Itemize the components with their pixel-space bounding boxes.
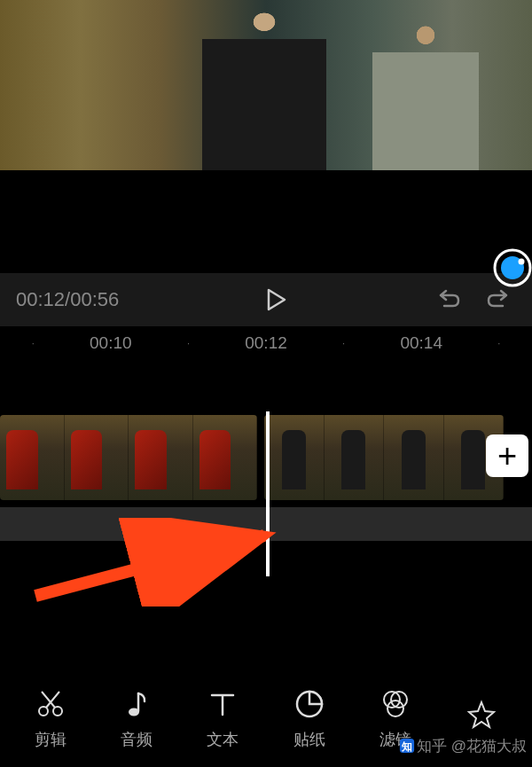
scissors-icon	[35, 688, 66, 720]
video-preview[interactable]	[0, 0, 532, 170]
tool-cut[interactable]: 剪辑	[7, 688, 93, 750]
add-clip-button[interactable]: +	[486, 434, 528, 477]
ruler-tick: ·	[162, 338, 214, 348]
ruler-tick: ·	[317, 338, 369, 348]
video-clip[interactable]	[264, 415, 504, 500]
tool-label: 音频	[121, 729, 153, 750]
music-note-icon	[121, 688, 153, 720]
tool-label: 文本	[207, 729, 239, 750]
ruler-tick: ·	[473, 338, 525, 348]
watermark-platform: 知乎	[417, 738, 447, 755]
timeline[interactable]: +	[0, 360, 532, 617]
text-icon	[207, 688, 239, 720]
ruler-tick: ·	[7, 338, 59, 348]
preview-lower-area	[0, 170, 532, 273]
ruler-label: 00:12	[215, 333, 318, 353]
tool-text[interactable]: 文本	[180, 688, 266, 750]
video-clip[interactable]	[0, 415, 257, 500]
watermark: 知知乎 @花猫大叔	[399, 736, 527, 756]
timecode-display: 00:12/00:56	[16, 288, 119, 311]
tool-sticker[interactable]: 贴纸	[266, 688, 352, 750]
svg-point-10	[387, 700, 403, 716]
tool-label: 剪辑	[35, 729, 66, 750]
playhead[interactable]	[266, 411, 270, 576]
video-figure	[372, 15, 479, 170]
filter-icon	[379, 688, 411, 720]
play-button[interactable]	[257, 282, 293, 317]
tool-audio[interactable]: 音频	[93, 688, 179, 750]
tool-effects[interactable]	[439, 699, 525, 740]
watermark-author: @花猫大叔	[451, 738, 527, 755]
tool-label: 贴纸	[293, 729, 325, 750]
svg-text:知: 知	[401, 740, 412, 752]
svg-point-6	[129, 708, 139, 716]
star-icon	[466, 699, 497, 731]
video-figure	[202, 2, 326, 170]
sticker-icon	[293, 688, 325, 720]
svg-point-4	[39, 707, 48, 716]
record-indicator-icon[interactable]	[493, 248, 532, 287]
timeline-ruler[interactable]: · 00:10 · 00:12 · 00:14 ·	[0, 326, 532, 360]
playback-controls: 00:12/00:56	[0, 273, 532, 326]
ruler-label: 00:14	[370, 333, 473, 353]
ruler-label: 00:10	[59, 333, 162, 353]
svg-point-2	[519, 259, 525, 265]
undo-button[interactable]	[431, 282, 466, 317]
svg-point-5	[53, 707, 62, 716]
